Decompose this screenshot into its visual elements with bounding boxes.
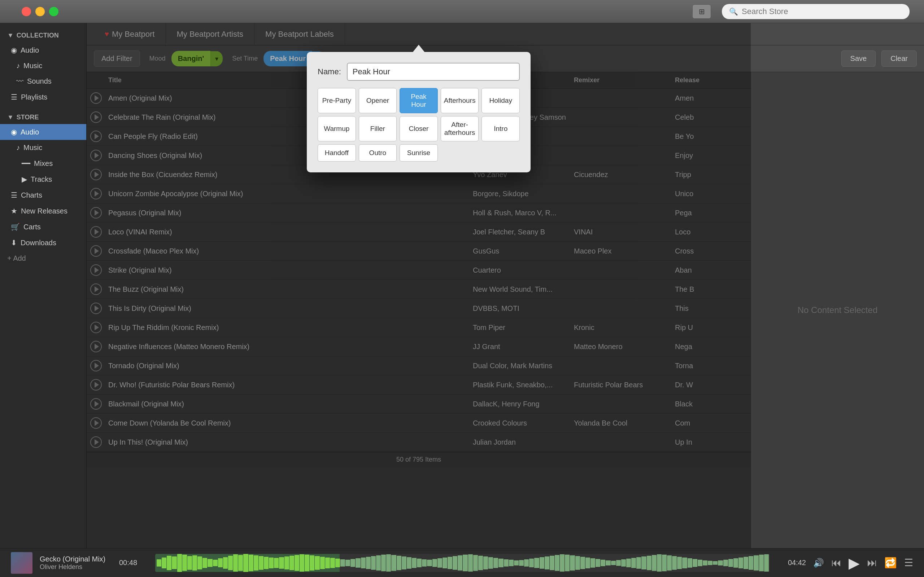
sidebar-item-tracks[interactable]: ▶ Tracks: [0, 171, 86, 187]
clear-button[interactable]: Clear: [881, 50, 917, 67]
sidebar-item-music-store[interactable]: ♪ Music: [0, 140, 86, 155]
waveform-bar: [397, 556, 401, 570]
sidebar-label: Downloads: [21, 239, 56, 247]
waveform-bar: [713, 561, 717, 565]
waveform-bar: [723, 560, 728, 566]
sidebar-item-audio-store[interactable]: ◉ Audio: [0, 124, 86, 140]
waveform-bar: [743, 557, 748, 569]
waveform-bar: [412, 558, 417, 568]
maximize-button[interactable]: [49, 7, 58, 16]
waveform-bar: [432, 559, 437, 567]
waveform-bar: [417, 559, 422, 567]
sidebar-item-carts[interactable]: 🛒 Carts: [0, 219, 86, 235]
waveform-bar: [540, 557, 544, 569]
mood-button-outro[interactable]: Outro: [359, 144, 397, 161]
store-label: STORE: [16, 114, 39, 121]
mood-button-intro[interactable]: Intro: [481, 116, 520, 141]
sidebar-label: Tracks: [31, 175, 52, 184]
waveform-bar: [667, 555, 672, 571]
mood-button-warmup[interactable]: Warmup: [318, 116, 356, 141]
next-button[interactable]: ⏭: [867, 557, 877, 569]
mood-button-filler[interactable]: Filler: [359, 116, 397, 141]
waveform-bar: [346, 560, 350, 566]
mood-button-peak-hour[interactable]: Peak Hour: [399, 88, 438, 113]
sidebar-item-mixes[interactable]: ━━ Mixes: [0, 155, 86, 171]
search-input[interactable]: [742, 7, 902, 16]
waveform-bar: [351, 559, 355, 567]
audio-icon: ◉: [11, 128, 17, 136]
waveform-bar: [473, 555, 478, 571]
name-input[interactable]: [347, 63, 520, 81]
charts-icon: ☰: [11, 191, 17, 200]
waveform-bar: [391, 555, 396, 571]
sidebar-item-downloads[interactable]: ⬇ Downloads: [0, 235, 86, 251]
mood-button-sunrise[interactable]: Sunrise: [399, 144, 438, 161]
waveform-bar: [386, 554, 391, 572]
waveform-bar: [381, 554, 386, 571]
waveform-bar: [560, 554, 564, 572]
waveform-bar: [366, 557, 371, 569]
waveform-bar: [488, 557, 493, 569]
player-waveform[interactable]: [155, 554, 770, 572]
mood-buttons-grid: Pre-PartyOpenerPeak HourAfterhoursHolida…: [318, 88, 520, 161]
mood-button-closer[interactable]: Closer: [399, 116, 438, 141]
repeat-button[interactable]: 🔁: [884, 557, 897, 569]
sidebar-item-charts[interactable]: ☰ Charts: [0, 187, 86, 203]
waveform-bar: [355, 558, 360, 567]
mood-button-holiday[interactable]: Holiday: [481, 88, 520, 113]
sidebar-toggle-icon: ⊞: [699, 7, 705, 16]
waveform-bar: [575, 556, 580, 570]
close-button[interactable]: [22, 7, 31, 16]
waveform-bar: [340, 559, 345, 567]
waveform-bar: [519, 560, 524, 566]
mood-button-afterhours[interactable]: Afterhours: [441, 88, 479, 113]
queue-button[interactable]: ☰: [904, 557, 913, 569]
sidebar-item-audio-col[interactable]: ◉ Audio: [0, 42, 86, 58]
waveform-bar: [407, 557, 412, 569]
store-header[interactable]: ▼ STORE: [0, 108, 86, 124]
waveform-bar: [764, 554, 769, 572]
cart-icon: 🛒: [11, 222, 20, 231]
collection-header[interactable]: ▼ COLLECTION: [0, 27, 86, 42]
play-pause-button[interactable]: ▶: [848, 554, 860, 571]
sidebar-label: Charts: [21, 191, 42, 200]
music-icon: ♪: [16, 62, 20, 70]
waveform-bar: [376, 555, 381, 571]
waveform-bar: [452, 556, 457, 570]
store-arrow: ▼: [7, 114, 14, 121]
waveform-bar: [565, 554, 570, 571]
waveform-bar: [422, 559, 426, 567]
waveform-bar: [402, 556, 406, 569]
mood-button-pre-party[interactable]: Pre-Party: [318, 88, 356, 113]
waveform-bar: [759, 554, 764, 571]
mood-button-handoff[interactable]: Handoff: [318, 144, 356, 161]
collection-label: COLLECTION: [16, 32, 59, 39]
modal-name-row: Name:: [318, 63, 520, 81]
waveform-bar: [534, 558, 539, 568]
prev-button[interactable]: ⏮: [831, 557, 842, 569]
sidebar-item-music-col[interactable]: ♪ Music: [0, 58, 86, 74]
waveform-bar: [647, 556, 651, 570]
waveform-bar: [718, 561, 723, 566]
waveform-bar: [570, 555, 575, 571]
sidebar-item-playlists[interactable]: ☰ Playlists: [0, 89, 86, 105]
waveform-bar: [596, 559, 600, 567]
speaker-icon: ◉: [11, 46, 17, 55]
mood-button-opener[interactable]: Opener: [359, 88, 397, 113]
new-releases-icon: ★: [11, 206, 17, 215]
save-button[interactable]: Save: [842, 50, 876, 67]
waveform-bar: [509, 560, 514, 566]
minimize-button[interactable]: [36, 7, 45, 16]
waveform-bar: [361, 558, 366, 568]
search-icon: 🔍: [729, 7, 738, 16]
volume-button[interactable]: 🔊: [813, 558, 824, 568]
sidebar-item-sounds-col[interactable]: 〰 Sounds: [0, 74, 86, 89]
waveform-bar: [626, 559, 631, 567]
sidebar-toggle[interactable]: ⊞: [692, 4, 711, 19]
add-playlist-button[interactable]: + Add: [0, 251, 86, 266]
sidebar-item-new-releases[interactable]: ★ New Releases: [0, 203, 86, 219]
waveform-bar: [555, 555, 559, 571]
collection-arrow: ▼: [7, 32, 14, 39]
mood-button-after-afterhours[interactable]: After-afterhours: [441, 116, 479, 141]
sidebar-label: Sounds: [27, 77, 52, 85]
